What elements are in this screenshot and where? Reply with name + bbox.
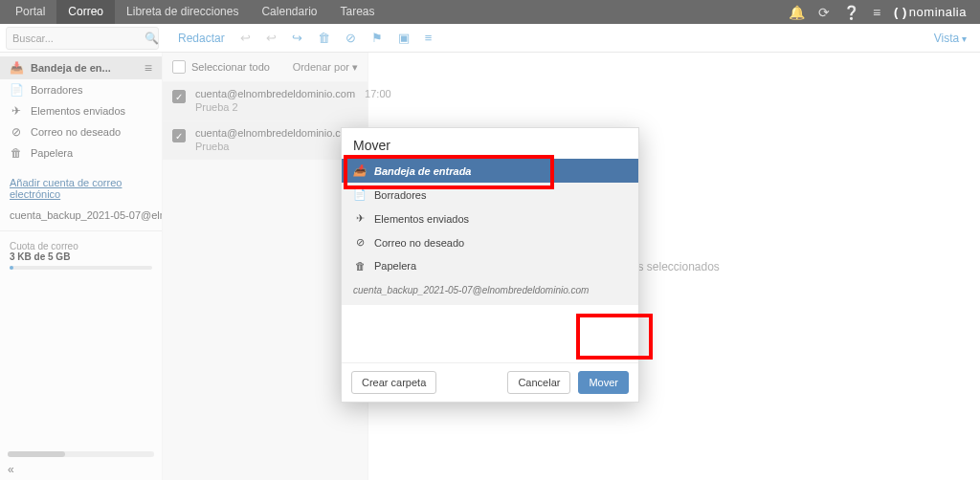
quota-bar bbox=[10, 266, 152, 270]
delete-icon[interactable]: 🗑 bbox=[318, 31, 330, 45]
folder-trash[interactable]: 🗑 Papelera bbox=[0, 142, 162, 164]
sort-menu[interactable]: Ordenar por ▾ bbox=[293, 61, 358, 74]
folder-spam[interactable]: ⊘ Correo no deseado bbox=[0, 121, 162, 142]
draft-icon: 📄 bbox=[353, 188, 367, 201]
spam-icon: ⊘ bbox=[353, 236, 367, 249]
dialog-item-label: Papelera bbox=[374, 260, 416, 272]
select-all-checkbox[interactable] bbox=[172, 60, 186, 74]
message-list: Seleccionar todo Ordenar por ▾ ✓ cuenta@… bbox=[163, 53, 368, 480]
msg-from: cuenta@elnombredeldominio.com bbox=[195, 127, 355, 139]
reply-all-icon: ↩ bbox=[266, 31, 277, 45]
trash-icon: 🗑 bbox=[353, 260, 367, 272]
dialog-account-email: cuenta_backup_2021-05-07@elnombredeldomi… bbox=[342, 277, 638, 305]
msg-checkbox[interactable]: ✓ bbox=[172, 90, 186, 103]
search-input[interactable] bbox=[12, 33, 145, 44]
nav-contacts[interactable]: Libreta de direcciones bbox=[115, 0, 250, 24]
draft-icon: 📄 bbox=[10, 83, 23, 97]
folder-label: Papelera bbox=[31, 147, 73, 159]
dialog-item-label: Correo no deseado bbox=[374, 237, 464, 249]
list-header: Seleccionar todo Ordenar por ▾ bbox=[163, 53, 368, 81]
spam-icon: ⊘ bbox=[10, 125, 23, 139]
topnav: Portal Correo Libreta de direcciones Cal… bbox=[0, 0, 980, 24]
folder-inbox[interactable]: 📥 Bandeja de en... ≡ bbox=[0, 56, 162, 79]
brand-text: nominalia bbox=[909, 5, 967, 19]
msg-subject: Prueba 2 bbox=[195, 101, 355, 113]
bell-icon[interactable]: 🔔 bbox=[789, 5, 805, 20]
dialog-folder-list: 📥 Bandeja de entrada 📄 Borradores ✈ Elem… bbox=[342, 159, 638, 305]
dialog-footer: Crear carpeta Cancelar Mover bbox=[342, 362, 638, 402]
sidebar-scrollbar[interactable] bbox=[8, 451, 154, 457]
msg-checkbox[interactable]: ✓ bbox=[172, 129, 186, 142]
account-label[interactable]: cuenta_backup_2021-05-07@elnom bbox=[0, 204, 162, 227]
sidebar-divider bbox=[0, 230, 162, 231]
block-icon[interactable]: ⊘ bbox=[345, 31, 356, 45]
dialog-item-sent[interactable]: ✈ Elementos enviados bbox=[342, 207, 638, 230]
move-dialog: Mover 📥 Bandeja de entrada 📄 Borradores … bbox=[341, 127, 639, 403]
dialog-item-inbox[interactable]: 📥 Bandeja de entrada bbox=[342, 159, 638, 183]
menu-icon[interactable]: ≡ bbox=[873, 5, 880, 20]
dialog-item-label: Borradores bbox=[374, 189, 426, 201]
compose-button[interactable]: Redactar bbox=[178, 32, 225, 45]
folder-label: Elementos enviados bbox=[31, 105, 125, 117]
dialog-item-trash[interactable]: 🗑 Papelera bbox=[342, 254, 638, 277]
msg-subject: Prueba bbox=[195, 141, 355, 152]
select-all-label[interactable]: Seleccionar todo bbox=[191, 61, 270, 73]
topnav-left: Portal Correo Libreta de direcciones Cal… bbox=[4, 0, 387, 24]
folder-list: 📥 Bandeja de en... ≡ 📄 Borradores ✈ Elem… bbox=[0, 53, 162, 167]
help-icon[interactable]: ❔ bbox=[843, 5, 859, 20]
dialog-gap bbox=[342, 305, 638, 362]
dialog-item-label: Elementos enviados bbox=[374, 213, 469, 225]
dialog-item-label: Bandeja de entrada bbox=[374, 165, 471, 177]
sidebar: 📥 Bandeja de en... ≡ 📄 Borradores ✈ Elem… bbox=[0, 53, 163, 480]
add-account-link[interactable]: Añadir cuenta de correo electrónico bbox=[0, 167, 162, 204]
folder-label: Correo no deseado bbox=[31, 126, 121, 138]
sidebar-footer: « bbox=[0, 447, 162, 480]
quota-block: Cuota de correo 3 KB de 5 GB bbox=[0, 235, 162, 275]
refresh-icon[interactable]: ⟳ bbox=[818, 5, 830, 20]
sent-icon: ✈ bbox=[10, 104, 23, 118]
search-icon[interactable]: 🔍 bbox=[145, 32, 159, 45]
toolbar: 🔍 Redactar ↩ ↩ ↪ 🗑 ⊘ ⚑ ▣ ≡ Vista bbox=[0, 24, 980, 53]
quota-title: Cuota de correo bbox=[10, 241, 152, 251]
sidebar-collapse-icon[interactable]: « bbox=[8, 463, 154, 476]
sent-icon: ✈ bbox=[353, 212, 367, 225]
nav-calendar[interactable]: Calendario bbox=[250, 0, 328, 24]
folder-label: Bandeja de en... bbox=[31, 62, 111, 74]
move-button[interactable]: Mover bbox=[578, 371, 629, 394]
quota-value: 3 KB de 5 GB bbox=[10, 251, 152, 262]
create-folder-button[interactable]: Crear carpeta bbox=[351, 371, 436, 394]
dialog-title: Mover bbox=[342, 128, 638, 159]
folder-drafts[interactable]: 📄 Borradores bbox=[0, 79, 162, 100]
dialog-item-drafts[interactable]: 📄 Borradores bbox=[342, 183, 638, 207]
forward-icon[interactable]: ↪ bbox=[292, 31, 302, 45]
topnav-right: 🔔 ⟳ ❔ ≡ ( )nominalia bbox=[789, 5, 976, 20]
more-icon[interactable]: ≡ bbox=[425, 31, 433, 45]
trash-icon: 🗑 bbox=[10, 146, 23, 160]
inbox-icon: 📥 bbox=[10, 61, 23, 75]
folder-label: Borradores bbox=[31, 84, 82, 96]
folder-menu-icon[interactable]: ≡ bbox=[145, 60, 152, 76]
reply-icon: ↩ bbox=[240, 31, 251, 45]
content-placeholder: jes seleccionados bbox=[629, 260, 720, 273]
dialog-item-spam[interactable]: ⊘ Correo no deseado bbox=[342, 230, 638, 254]
view-menu[interactable]: Vista bbox=[934, 32, 980, 45]
folder-sent[interactable]: ✈ Elementos enviados bbox=[0, 100, 162, 121]
search-input-wrap[interactable]: 🔍 bbox=[6, 27, 159, 50]
flag-icon[interactable]: ⚑ bbox=[371, 31, 383, 45]
msg-from: cuenta@elnombredeldominio.com bbox=[195, 88, 355, 99]
nav-tasks[interactable]: Tareas bbox=[329, 0, 387, 24]
inbox-icon: 📥 bbox=[353, 164, 367, 177]
brand-logo: ( )nominalia bbox=[894, 5, 967, 19]
message-item[interactable]: ✓ cuenta@elnombredeldominio.com Prueba 2… bbox=[163, 81, 368, 120]
nav-correo[interactable]: Correo bbox=[56, 0, 115, 24]
message-item[interactable]: ✓ cuenta@elnombredeldominio.com Prueba 1… bbox=[163, 120, 368, 160]
cancel-button[interactable]: Cancelar bbox=[507, 371, 570, 394]
toolbar-actions: Redactar ↩ ↩ ↪ 🗑 ⊘ ⚑ ▣ ≡ bbox=[165, 31, 432, 45]
move-icon[interactable]: ▣ bbox=[398, 31, 410, 45]
nav-portal[interactable]: Portal bbox=[4, 0, 56, 24]
